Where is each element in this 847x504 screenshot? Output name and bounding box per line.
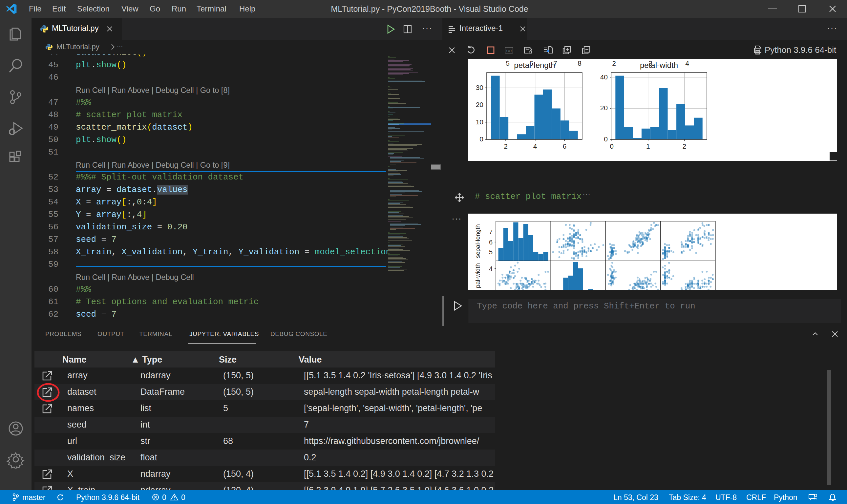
- svg-text:4: 4: [533, 142, 537, 150]
- svg-text:20: 20: [476, 101, 483, 108]
- svg-text:30: 30: [476, 84, 483, 91]
- svg-text:0: 0: [604, 135, 608, 143]
- svg-text:4: 4: [685, 60, 689, 67]
- svg-text:8: 8: [578, 60, 581, 67]
- svg-text:petal-length: petal-length: [514, 61, 555, 70]
- svg-text:6: 6: [489, 238, 492, 246]
- svg-text:20: 20: [600, 104, 608, 111]
- svg-text:(x): (x): [506, 49, 512, 53]
- svg-text:1: 1: [646, 142, 650, 150]
- svg-text:5: 5: [506, 60, 510, 67]
- svg-text:0: 0: [480, 135, 483, 143]
- svg-text:4: 4: [489, 265, 492, 272]
- svg-text:2: 2: [683, 142, 686, 150]
- svg-text:7: 7: [553, 60, 557, 67]
- svg-text:10: 10: [476, 118, 483, 126]
- svg-text:40: 40: [600, 73, 608, 81]
- svg-text:2: 2: [504, 142, 508, 150]
- svg-text:3: 3: [648, 60, 652, 67]
- svg-text:pal-width: pal-width: [474, 263, 481, 288]
- svg-text:6: 6: [529, 60, 533, 67]
- svg-text:sepal-length: sepal-length: [474, 224, 481, 258]
- svg-text:5: 5: [489, 248, 492, 256]
- svg-text:0: 0: [610, 142, 614, 150]
- svg-text:petal-width: petal-width: [640, 61, 678, 70]
- svg-text:6: 6: [563, 142, 567, 150]
- svg-text:7: 7: [489, 228, 492, 236]
- svg-text:2: 2: [612, 60, 616, 67]
